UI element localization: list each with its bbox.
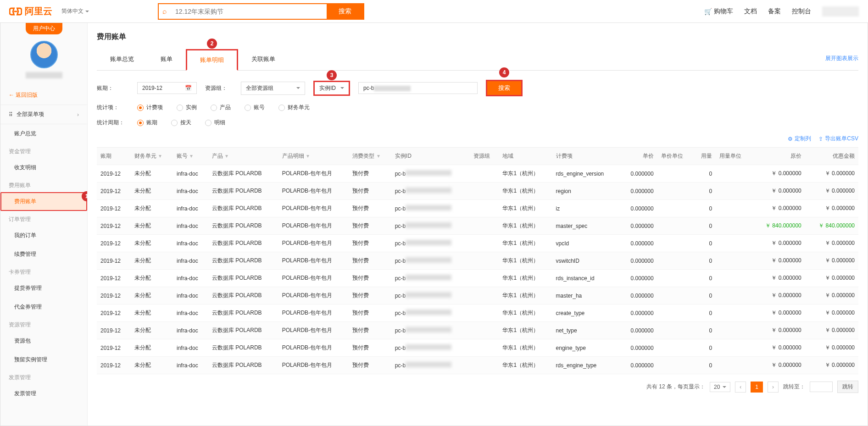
jump-button[interactable]: 跳转 bbox=[837, 381, 858, 393]
stat-item-4[interactable]: 财务单元 bbox=[278, 104, 310, 111]
avatar[interactable] bbox=[30, 41, 58, 68]
link-console[interactable]: 控制台 bbox=[792, 7, 811, 16]
stat-item-1[interactable]: 实例 bbox=[177, 104, 197, 111]
jump-input[interactable] bbox=[810, 382, 833, 392]
col-10[interactable]: 单价 bbox=[620, 148, 657, 165]
menu-group-5: 发票管理 bbox=[0, 369, 87, 384]
export-csv-link[interactable]: ⇪导出账单CSV bbox=[818, 135, 858, 143]
tab-1[interactable]: 账单 bbox=[147, 49, 186, 70]
cell: 0 bbox=[693, 200, 716, 217]
cell: 未分配 bbox=[131, 339, 173, 357]
menu-all[interactable]: ⠿全部菜单项 bbox=[0, 105, 87, 124]
sidebar-item-提货券管理[interactable]: 提货券管理 bbox=[0, 279, 87, 298]
iid-blurred bbox=[406, 292, 451, 298]
username-blurred bbox=[26, 72, 62, 78]
brand-logo[interactable]: 阿里云 bbox=[9, 5, 52, 18]
cell: pc-b bbox=[391, 183, 470, 200]
instance-id-input[interactable]: pc-b bbox=[358, 82, 478, 94]
id-type-select[interactable]: 3 实例ID bbox=[313, 81, 350, 96]
col-11[interactable]: 单价单位 bbox=[657, 148, 693, 165]
col-14[interactable]: 原价 bbox=[752, 148, 805, 165]
col-9[interactable]: 计费项 bbox=[552, 148, 620, 165]
col-7[interactable]: 资源组 bbox=[470, 148, 499, 165]
resgroup-select[interactable]: 全部资源组 bbox=[241, 82, 305, 95]
col-13[interactable]: 用量单位 bbox=[716, 148, 751, 165]
filter-search-button[interactable]: 4 搜索 bbox=[486, 80, 523, 96]
cell: 华东1（杭州） bbox=[499, 217, 552, 235]
account-name-blurred[interactable] bbox=[822, 6, 859, 17]
page-size-select[interactable]: 20 bbox=[710, 382, 730, 392]
sidebar-item-费用账单[interactable]: 费用账单1 bbox=[0, 192, 87, 211]
sidebar-item-预留实例管理[interactable]: 预留实例管理 bbox=[0, 350, 87, 369]
iid-prefix: pc-b bbox=[395, 258, 406, 264]
pager-prev[interactable] bbox=[735, 382, 746, 393]
top-search: ⌕ 搜索 bbox=[158, 3, 364, 20]
pager-next[interactable] bbox=[768, 382, 779, 393]
col-2[interactable]: 账号 ▾ bbox=[173, 148, 208, 165]
col-8[interactable]: 地域 bbox=[499, 148, 552, 165]
period-picker[interactable]: 2019-12 📅 bbox=[137, 82, 197, 94]
cell: 华东1（杭州） bbox=[499, 322, 552, 339]
cell: ￥ 0.000000 bbox=[752, 357, 805, 374]
stat-period-0[interactable]: 账期 bbox=[137, 119, 157, 127]
cell: 0 bbox=[693, 235, 716, 252]
sidebar-item-发票管理[interactable]: 发票管理 bbox=[0, 384, 87, 403]
sidebar-item-收支明细[interactable]: 收支明细 bbox=[0, 158, 87, 177]
col-0[interactable]: 账期 bbox=[97, 148, 131, 165]
lang-select[interactable]: 简体中文 bbox=[61, 7, 89, 15]
stat-item-0[interactable]: 计费项 bbox=[137, 104, 163, 111]
col-12[interactable]: 用量 bbox=[693, 148, 716, 165]
col-15[interactable]: 优惠金额 bbox=[805, 148, 858, 165]
pager-page-1[interactable]: 1 bbox=[751, 382, 763, 393]
stat-item-3[interactable]: 账号 bbox=[245, 104, 265, 111]
top-search-button[interactable]: 搜索 bbox=[327, 4, 363, 19]
radio-label: 按天 bbox=[180, 119, 191, 127]
back-old-link[interactable]: ← 返回旧版 bbox=[0, 86, 87, 105]
iid-blurred bbox=[406, 327, 451, 332]
sidebar-item-我的订单[interactable]: 我的订单 bbox=[0, 226, 87, 245]
table-wrap[interactable]: 账期财务单元 ▾账号 ▾产品 ▾产品明细 ▾消费类型 ▾实例ID资源组地域计费项… bbox=[97, 147, 858, 374]
menu-account-overview[interactable]: 账户总览 bbox=[0, 124, 87, 143]
cell bbox=[657, 357, 693, 374]
iid-blurred bbox=[406, 205, 451, 210]
custom-cols-link[interactable]: ⚙定制列 bbox=[788, 135, 811, 143]
cell: 2019-12 bbox=[97, 287, 131, 304]
filters: 账期： 2019-12 📅 资源组： 全部资源组 3 实例ID pc-b bbox=[97, 71, 858, 130]
link-cart[interactable]: 🛒 购物车 bbox=[704, 7, 733, 16]
col-4[interactable]: 产品明细 ▾ bbox=[278, 148, 349, 165]
cell: 云数据库 POLARDB bbox=[208, 304, 278, 322]
cell: 未分配 bbox=[131, 165, 173, 183]
expand-chart-link[interactable]: 展开图表展示 bbox=[825, 49, 858, 70]
stat-item-2[interactable]: 产品 bbox=[211, 104, 231, 111]
tab-2[interactable]: 账单明细2 bbox=[186, 49, 238, 71]
sidebar-item-续费管理[interactable]: 续费管理 bbox=[0, 245, 87, 264]
cell: 预付费 bbox=[349, 165, 391, 183]
sidebar-item-代金券管理[interactable]: 代金券管理 bbox=[0, 298, 87, 316]
top-right-nav: 🛒 购物车 文档 备案 控制台 bbox=[704, 6, 859, 17]
cell bbox=[657, 304, 693, 322]
col-5[interactable]: 消费类型 ▾ bbox=[349, 148, 391, 165]
radio-icon bbox=[171, 120, 178, 126]
cell bbox=[716, 339, 751, 357]
tab-0[interactable]: 账单总览 bbox=[97, 49, 147, 70]
stat-period-2[interactable]: 明细 bbox=[205, 119, 225, 127]
stat-period-1[interactable]: 按天 bbox=[171, 119, 191, 127]
cell bbox=[657, 252, 693, 270]
cell bbox=[716, 322, 751, 339]
table-row: 2019-12未分配infra-doc云数据库 POLARDBPOLARDB-包… bbox=[97, 287, 858, 304]
search-input[interactable] bbox=[171, 8, 327, 15]
cell bbox=[470, 165, 499, 183]
menu-group-2: 订单管理 bbox=[0, 211, 87, 226]
main: 用户中心 ← 返回旧版 ⠿全部菜单项 账户总览 资金管理收支明细费用账单费用账单… bbox=[0, 23, 868, 426]
cell: pc-b bbox=[391, 165, 470, 183]
link-docs[interactable]: 文档 bbox=[744, 7, 757, 16]
iid-prefix: pc-b bbox=[395, 345, 406, 351]
col-6[interactable]: 实例ID bbox=[391, 148, 470, 165]
col-1[interactable]: 财务单元 ▾ bbox=[131, 148, 173, 165]
radio-label: 财务单元 bbox=[288, 104, 310, 111]
col-3[interactable]: 产品 ▾ bbox=[208, 148, 278, 165]
tab-3[interactable]: 关联账单 bbox=[238, 49, 289, 70]
sidebar-item-资源包[interactable]: 资源包 bbox=[0, 332, 87, 350]
link-beian[interactable]: 备案 bbox=[768, 7, 781, 16]
cell bbox=[657, 339, 693, 357]
